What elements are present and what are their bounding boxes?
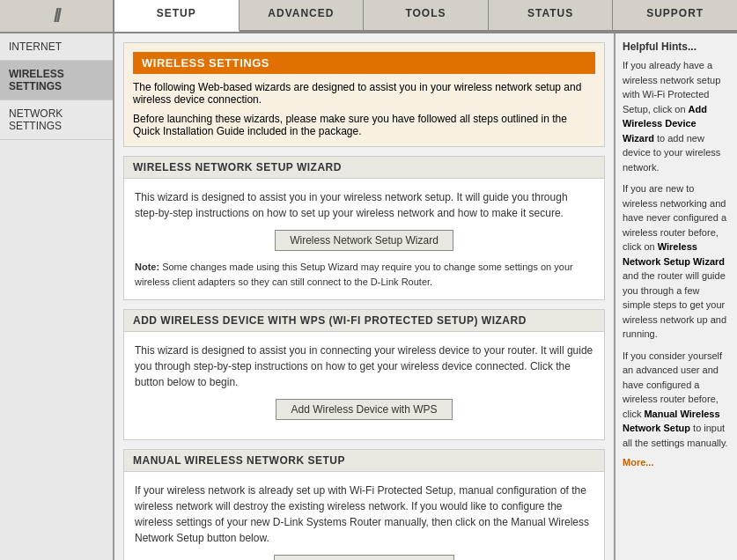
manual-wireless-setup-box: MANUAL WIRELESS NETWORK SETUP If your wi… — [123, 449, 605, 560]
main-content: WIRELESS SETTINGS The following Web-base… — [114, 33, 614, 560]
wireless-settings-section: WIRELESS SETTINGS The following Web-base… — [123, 42, 605, 147]
wizard2-button-wrapper: Add Wireless Device with WPS — [135, 399, 593, 420]
wizard3-button-wrapper: Manual Wireless Network Setup — [135, 555, 593, 560]
hints-para1: If you already have a wireless network s… — [623, 58, 730, 174]
tab-setup[interactable]: SETUP — [114, 0, 240, 32]
add-wireless-device-wizard-box: ADD WIRELESS DEVICE WITH WPS (WI-FI PROT… — [123, 309, 605, 440]
top-navigation: // SETUP ADVANCED TOOLS STATUS SUPPORT — [0, 0, 737, 33]
wizard2-body: This wizard is designed to assist you in… — [124, 332, 604, 439]
sidebar-item-network-settings[interactable]: NETWORK SETTINGS — [0, 100, 113, 140]
wireless-network-setup-wizard-box: WIRELESS NETWORK SETUP WIZARD This wizar… — [123, 156, 605, 300]
wizard1-button-wrapper: Wireless Network Setup Wizard — [135, 230, 593, 251]
main-layout: INTERNET WIRELESS SETTINGS NETWORK SETTI… — [0, 33, 737, 560]
tab-tools[interactable]: TOOLS — [364, 0, 489, 32]
wizard1-note-prefix: Note: — [135, 262, 159, 272]
wireless-settings-para1: The following Web-based wizards are desi… — [133, 81, 595, 106]
add-wireless-device-wps-button[interactable]: Add Wireless Device with WPS — [276, 399, 452, 420]
wizard2-header: ADD WIRELESS DEVICE WITH WPS (WI-FI PROT… — [124, 310, 604, 332]
logo-slashes: // — [54, 4, 59, 27]
logo: // — [0, 0, 114, 32]
sidebar-item-internet[interactable]: INTERNET — [0, 33, 113, 61]
wizard2-description: This wizard is designed to assist you in… — [135, 343, 593, 390]
sidebar-item-wireless-settings[interactable]: WIRELESS SETTINGS — [0, 61, 113, 100]
tab-status[interactable]: STATUS — [489, 0, 614, 32]
wizard1-note-text: Some changes made using this Setup Wizar… — [135, 262, 573, 287]
hints-para3: If you consider yourself an advanced use… — [623, 349, 730, 451]
wizard1-header: WIRELESS NETWORK SETUP WIZARD — [124, 157, 604, 179]
wireless-network-setup-wizard-button[interactable]: Wireless Network Setup Wizard — [275, 230, 453, 251]
hints-title: Helpful Hints... — [623, 41, 730, 53]
hints-para2: If you are new to wireless networking an… — [623, 181, 730, 342]
hints-more-link[interactable]: More... — [623, 457, 653, 468]
wizard3-body: If your wireless network is already set … — [124, 472, 604, 560]
wireless-settings-header: WIRELESS SETTINGS — [133, 52, 595, 74]
tab-support[interactable]: SUPPORT — [613, 0, 737, 32]
wireless-settings-para2: Before launching these wizards, please m… — [133, 113, 595, 137]
tab-advanced[interactable]: ADVANCED — [240, 0, 365, 32]
wizard3-header: MANUAL WIRELESS NETWORK SETUP — [124, 450, 604, 472]
hints-para2b: and the router will guide you through a … — [623, 270, 726, 339]
hints-panel: Helpful Hints... If you already have a w… — [614, 33, 737, 560]
wizard1-note: Note: Some changes made using this Setup… — [135, 260, 593, 289]
wizard3-description: If your wireless network is already set … — [135, 483, 593, 546]
manual-wireless-network-setup-button[interactable]: Manual Wireless Network Setup — [274, 555, 454, 560]
wizard1-description: This wizard is designed to assist you in… — [135, 189, 593, 221]
wizard1-body: This wizard is designed to assist you in… — [124, 179, 604, 299]
sidebar: INTERNET WIRELESS SETTINGS NETWORK SETTI… — [0, 33, 114, 560]
